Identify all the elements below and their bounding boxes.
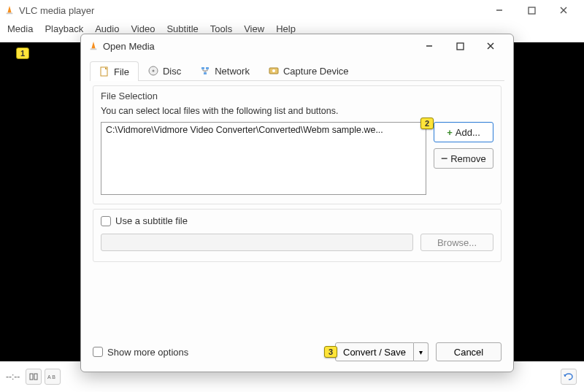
subtitle-group: Use a subtitle file Browse... — [93, 209, 502, 262]
convert-save-button[interactable]: Convert / Save — [335, 342, 414, 361]
dialog-close-button[interactable] — [475, 35, 506, 57]
menu-subtitle[interactable]: Subtitle — [161, 23, 204, 34]
file-list-item[interactable]: C:\Vidmore\Vidmore Video Converter\Conve… — [106, 125, 383, 135]
menu-help[interactable]: Help — [270, 23, 301, 34]
svg-marker-10 — [91, 42, 95, 49]
vlc-icon — [4, 5, 15, 15]
loop-ab-button[interactable]: A B — [45, 369, 61, 385]
annotation-badge-1: 1 — [16, 47, 29, 59]
menu-video[interactable]: Video — [125, 23, 161, 34]
svg-rect-13 — [457, 43, 464, 50]
menu-view[interactable]: View — [238, 23, 270, 34]
svg-rect-21 — [206, 67, 209, 69]
subtitle-path-input — [101, 234, 413, 251]
tab-network[interactable]: Network — [191, 61, 259, 80]
show-more-checkbox[interactable] — [93, 347, 103, 357]
svg-rect-1 — [7, 13, 13, 15]
subtitle-browse-label: Browse... — [437, 237, 477, 248]
playlist-toggle-button[interactable] — [26, 369, 42, 385]
dialog-title: Open Media — [103, 41, 414, 52]
svg-rect-6 — [30, 374, 33, 380]
annotation-badge-2: 2 — [420, 118, 434, 129]
open-media-dialog: Open Media File Disc Network Capture Dev… — [80, 34, 514, 372]
convert-save-dropdown[interactable]: ▾ — [414, 342, 429, 361]
file-selection-hint: You can select local files with the foll… — [101, 106, 493, 116]
annotation-badge-3: 3 — [324, 346, 337, 358]
dialog-bottom-row: Show more options Convert / Save ▾ Cance… — [81, 335, 513, 372]
file-selection-legend: File Selection — [101, 91, 493, 101]
remove-button[interactable]: – Remove — [434, 148, 493, 169]
svg-rect-22 — [204, 72, 207, 74]
tab-capture-label: Capture Device — [283, 66, 349, 77]
file-icon — [99, 66, 110, 77]
use-subtitle-label: Use a subtitle file — [115, 215, 188, 226]
dialog-titlebar: Open Media — [81, 34, 513, 58]
menu-tools[interactable]: Tools — [204, 23, 238, 34]
main-titlebar: VLC media player — [0, 0, 584, 20]
time-elapsed: --:-- — [6, 372, 20, 382]
cancel-button[interactable]: Cancel — [436, 342, 502, 361]
tab-file[interactable]: File — [90, 61, 139, 81]
network-icon — [200, 66, 210, 76]
dialog-maximize-button[interactable] — [445, 35, 475, 57]
add-button-label: Add... — [456, 127, 480, 138]
disc-icon — [148, 66, 158, 76]
svg-point-24 — [272, 69, 275, 72]
cancel-label: Cancel — [454, 347, 483, 358]
main-minimize-button[interactable] — [483, 0, 515, 20]
tab-disc-label: Disc — [163, 66, 181, 77]
use-subtitle-checkbox[interactable] — [101, 216, 111, 226]
svg-text:A B: A B — [47, 374, 55, 380]
menu-playback[interactable]: Playback — [39, 23, 89, 34]
remove-button-label: Remove — [450, 153, 485, 164]
file-selection-group: File Selection You can select local file… — [93, 85, 502, 204]
svg-rect-20 — [201, 67, 204, 69]
svg-rect-7 — [34, 374, 37, 380]
show-more-label: Show more options — [107, 347, 188, 358]
add-button[interactable]: + Add... — [434, 122, 493, 142]
main-window-title: VLC media player — [19, 5, 483, 16]
main-maximize-button[interactable] — [515, 0, 548, 20]
convert-save-label: Convert / Save — [343, 347, 406, 358]
tab-disc[interactable]: Disc — [139, 61, 191, 80]
loop-button[interactable] — [561, 369, 577, 385]
main-close-button[interactable] — [548, 0, 580, 20]
capture-icon — [269, 66, 279, 76]
dialog-minimize-button[interactable] — [414, 35, 445, 57]
svg-marker-0 — [7, 6, 11, 13]
tab-capture[interactable]: Capture Device — [259, 61, 358, 80]
file-list[interactable]: C:\Vidmore\Vidmore Video Converter\Conve… — [101, 122, 426, 195]
plus-icon: + — [447, 127, 453, 138]
svg-rect-11 — [91, 49, 97, 50]
tab-network-label: Network — [215, 66, 250, 77]
chevron-down-icon: ▾ — [419, 348, 423, 356]
dialog-tabs: File Disc Network Capture Device — [90, 61, 504, 81]
tab-file-label: File — [114, 66, 129, 77]
subtitle-browse-button: Browse... — [420, 234, 493, 251]
svg-point-19 — [152, 70, 154, 72]
svg-marker-9 — [564, 374, 566, 377]
menu-audio[interactable]: Audio — [89, 23, 125, 34]
vlc-icon — [88, 41, 99, 51]
svg-rect-3 — [529, 7, 535, 14]
menu-media[interactable]: Media — [1, 23, 39, 34]
